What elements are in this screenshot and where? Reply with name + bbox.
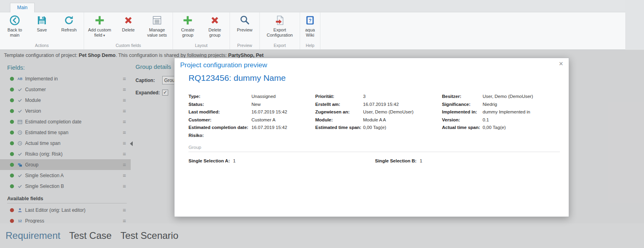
- ribbon-button-preview[interactable]: Preview: [231, 13, 258, 33]
- modal-field-row: Significance:Niedrig: [442, 102, 533, 110]
- ribbon-button-label: Export Configuration: [263, 27, 296, 37]
- preview-dialog: Project configuration preview × RQ123456…: [174, 58, 569, 217]
- field-value: 16.07.2019 15:42: [251, 109, 287, 114]
- field-value: 1: [233, 158, 236, 163]
- window-edge-band: [625, 0, 644, 50]
- ribbon-group-preview: PreviewPreview: [230, 12, 260, 49]
- field-label: Estimated time span:: [315, 125, 363, 130]
- field-label: Estimated completion date:: [188, 125, 251, 130]
- ribbon-group-buttons: ?aqua Wiki: [301, 13, 319, 42]
- ribbon-group-layout: Create groupDelete groupLayout: [173, 12, 230, 49]
- modal-field-row: Implemented in:dummy Implemented in: [442, 109, 533, 117]
- field-value: 0,00 Tag(e): [483, 125, 506, 130]
- ribbon-group-buttons: Create groupDelete group: [174, 13, 228, 42]
- add-icon: [94, 14, 106, 26]
- preview-icon: [239, 14, 251, 26]
- ribbon-button-label: Delete group: [203, 27, 226, 37]
- ribbon-button-label: Back to main: [3, 27, 26, 37]
- modal-field-row: Zugewiesen an:User, Demo (DemoUser): [315, 109, 414, 117]
- field-label: Module:: [315, 117, 363, 122]
- ribbon-group-label: Custom fields: [85, 42, 171, 49]
- field-label: Version:: [442, 117, 483, 122]
- ribbon-button-label: Refresh: [57, 27, 80, 33]
- field-label: Single Selection B:: [375, 158, 416, 163]
- group-field-single-selection-b: Single Selection B:1: [375, 158, 422, 163]
- ribbon-button-label: Create group: [176, 27, 199, 37]
- ribbon-button-refresh[interactable]: Refresh: [55, 13, 82, 33]
- ribbon-button-back-to-main[interactable]: Back to main: [1, 13, 28, 38]
- group-section-title: Group: [188, 145, 201, 150]
- ribbon-button-delete[interactable]: Delete: [114, 13, 143, 33]
- ribbon-group-custom-fields: Add custom field ▾DeleteManage value set…: [84, 12, 173, 49]
- ribbon-button-label: Save: [30, 27, 53, 33]
- modal-field-row: Last modified:16.07.2019 15:42: [188, 109, 287, 117]
- ribbon-group-help: ?aqua WikiHelp: [300, 12, 320, 49]
- ribbon-button-label: Add custom field ▾: [87, 27, 112, 38]
- field-value: Customer A: [251, 117, 275, 122]
- svg-text:?: ?: [308, 18, 311, 23]
- modal-field-row: Estimated completion date:16.07.2019 15:…: [188, 125, 287, 133]
- modal-field-row: Status:New: [188, 102, 287, 110]
- field-value: User, Demo (DemoUser): [483, 94, 533, 99]
- group-section-divider: [188, 152, 560, 152]
- modal-field-column-3: Besitzer:User, Demo (DemoUser)Significan…: [442, 94, 533, 133]
- refresh-icon: [63, 14, 75, 26]
- field-label: Single Selection A:: [188, 158, 230, 163]
- modal-field-row: Module:Module A A: [315, 117, 414, 125]
- modal-field-row: Type:Unassigned: [188, 94, 287, 102]
- modal-field-column-1: Type:UnassignedStatus:NewLast modified:1…: [188, 94, 287, 141]
- field-value: Niedrig: [483, 102, 497, 107]
- add-icon: [182, 14, 194, 26]
- ribbon-button-delete-group[interactable]: Delete group: [201, 13, 228, 38]
- back-icon: [9, 14, 21, 26]
- field-value: 0,00 Tag(e): [363, 125, 386, 130]
- modal-field-row: Version:0.1: [442, 117, 533, 125]
- ribbon-button-manage-value-sets[interactable]: Manage value sets: [143, 13, 171, 38]
- ribbon-button-save[interactable]: Save: [28, 13, 55, 33]
- field-label: Erstellt am:: [315, 102, 363, 107]
- field-label: Significance:: [442, 102, 483, 107]
- field-value: 3: [363, 94, 365, 99]
- modal-field-row: Estimated time span:0,00 Tag(e): [315, 125, 414, 133]
- ribbon-button-aqua-wiki[interactable]: ?aqua Wiki: [301, 13, 319, 38]
- delete-icon: [122, 14, 134, 26]
- save-icon: [36, 14, 48, 26]
- modal-field-row: Actual time span:0,00 Tag(e): [442, 125, 533, 133]
- ribbon-button-export-configuration[interactable]: Export Configuration: [261, 13, 298, 38]
- modal-field-row: Erstellt am:16.07.2019 15:42: [315, 102, 414, 110]
- field-value: dummy Implemented in: [483, 109, 530, 114]
- ribbon: Back to mainSaveRefreshActionsAdd custom…: [0, 12, 644, 50]
- export-icon: [274, 14, 286, 26]
- group-section-fields: Single Selection A:1Single Selection B:1: [188, 158, 560, 166]
- ribbon-button-create-group[interactable]: Create group: [174, 13, 201, 38]
- tab-main[interactable]: Main: [10, 3, 35, 12]
- field-value: Module A A: [363, 117, 386, 122]
- ribbon-button-label: Manage value sets: [145, 27, 169, 37]
- field-value: 16.07.2019 15:42: [251, 125, 287, 130]
- ribbon-group-label: Preview: [231, 42, 258, 49]
- modal-field-row: Priorität:3: [315, 94, 414, 102]
- field-label: Type:: [188, 94, 251, 99]
- ribbon-button-add-custom-field[interactable]: Add custom field ▾: [85, 13, 114, 39]
- modal-field-row: Risiko:: [188, 133, 287, 141]
- wiki-icon: ?: [304, 14, 316, 26]
- field-label: Priorität:: [315, 94, 363, 99]
- ribbon-group-label: Actions: [1, 42, 82, 49]
- field-label: Actual time span:: [442, 125, 483, 130]
- field-value: 0.1: [483, 117, 489, 122]
- modal-field-column-2: Priorität:3Erstellt am:16.07.2019 15:42Z…: [315, 94, 414, 133]
- group-field-single-selection-a: Single Selection A:1: [188, 158, 236, 163]
- field-value: New: [251, 102, 261, 107]
- field-label: Implemented in:: [442, 109, 483, 114]
- field-grid: Type:UnassignedStatus:NewLast modified:1…: [175, 58, 569, 217]
- ribbon-tab-bar: Main: [0, 0, 644, 12]
- ribbon-button-label: aqua Wiki: [303, 27, 317, 37]
- field-label: Status:: [188, 102, 251, 107]
- field-value: 16.07.2019 15:42: [363, 102, 399, 107]
- value-sets-icon: [151, 14, 163, 26]
- field-label: Last modified:: [188, 109, 251, 114]
- ribbon-group-label: Layout: [174, 42, 228, 49]
- ribbon-group-label: Help: [301, 42, 319, 49]
- ribbon-group-export: Export ConfigurationExport: [260, 12, 300, 49]
- ribbon-group-buttons: Back to mainSaveRefresh: [1, 13, 82, 42]
